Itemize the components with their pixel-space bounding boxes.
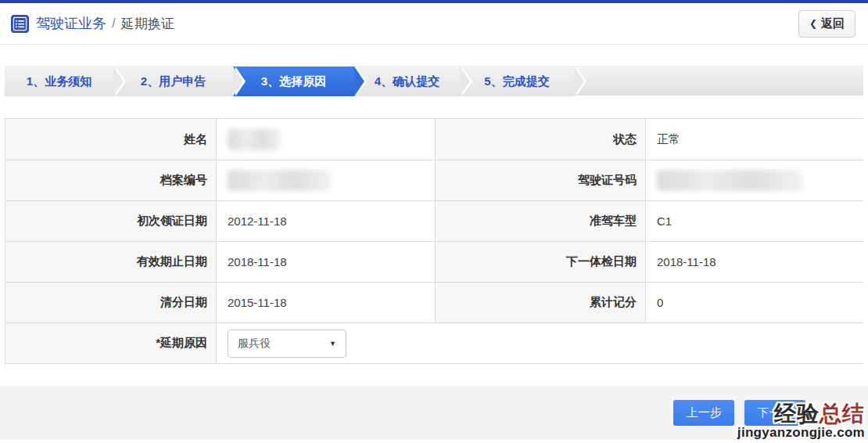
list-icon xyxy=(11,15,29,33)
file-number-value xyxy=(216,160,435,200)
license-number-value xyxy=(645,160,864,200)
step-tabs: 1、业务须知 2、用户申告 3、选择原因 4、确认提交 5、完成提交 xyxy=(5,66,863,95)
first-issue-date-value: 2012-11-18 xyxy=(216,200,435,241)
license-info-table: 姓名 状态 正常 档案编号 驾驶证号码 初次领证日期 2012-11-18 准驾… xyxy=(5,118,863,364)
tab-label: 5、完成提交 xyxy=(484,74,549,89)
back-button[interactable]: ❮ 返回 xyxy=(798,10,855,38)
first-issue-date-label: 初次领证日期 xyxy=(5,200,216,241)
tab-label: 4、确认提交 xyxy=(375,74,439,89)
next-physical-exam-label: 下一体检日期 xyxy=(435,241,645,282)
status-label: 状态 xyxy=(435,119,645,160)
tab-step-2-user-declaration[interactable]: 2、用户申告 xyxy=(113,67,233,96)
vehicle-class-label: 准驾车型 xyxy=(435,200,645,241)
valid-until-label: 有效期止日期 xyxy=(5,241,216,282)
header: 驾驶证业务 / 延期换证 ❮ 返回 xyxy=(0,3,868,45)
points-clear-date-label: 清分日期 xyxy=(5,282,216,322)
footer-buttons: 上一步 下一步 xyxy=(0,386,868,426)
page-title-separator: / xyxy=(112,16,116,31)
file-number-label: 档案编号 xyxy=(5,160,216,200)
extension-reason-select[interactable]: 服兵役 ▼ xyxy=(228,330,346,358)
masked-name-value xyxy=(228,129,281,150)
page: 驾驶证业务 / 延期换证 ❮ 返回 1、业务须知 2、用户申告 3、选择原因 4… xyxy=(0,0,868,443)
accumulated-points-label: 累计记分 xyxy=(435,282,645,322)
extension-reason-selected: 服兵役 xyxy=(238,337,271,351)
tab-step-5-complete-submit[interactable]: 5、完成提交 xyxy=(460,67,574,96)
chevron-left-icon: ❮ xyxy=(809,18,817,29)
tab-step-1-business-notice[interactable]: 1、业务须知 xyxy=(5,67,113,96)
previous-step-button[interactable]: 上一步 xyxy=(673,400,734,426)
valid-until-value: 2018-11-18 xyxy=(216,241,435,282)
points-clear-date-value: 2015-11-18 xyxy=(216,282,435,322)
footer-band: 上一步 下一步 xyxy=(0,386,868,440)
vehicle-class-value: C1 xyxy=(645,200,864,241)
name-value xyxy=(216,119,435,160)
next-physical-exam-value: 2018-11-18 xyxy=(645,241,864,282)
masked-file-number-value xyxy=(228,170,331,191)
tab-label: 3、选择原因 xyxy=(261,74,326,89)
tabs-filler xyxy=(574,67,863,95)
page-title-primary: 驾驶证业务 xyxy=(36,14,106,33)
back-button-label: 返回 xyxy=(821,16,845,31)
caret-down-icon: ▼ xyxy=(329,340,336,348)
tab-step-4-confirm-submit[interactable]: 4、确认提交 xyxy=(354,67,460,96)
extension-reason-label: *延期原因 xyxy=(5,322,216,363)
masked-license-number-value xyxy=(657,170,802,191)
accumulated-points-value: 0 xyxy=(645,282,864,322)
license-number-label: 驾驶证号码 xyxy=(435,160,645,200)
next-step-button[interactable]: 下一步 xyxy=(744,400,805,426)
status-value: 正常 xyxy=(645,119,864,160)
extension-reason-cell: 服兵役 ▼ xyxy=(216,322,864,363)
page-title-secondary: 延期换证 xyxy=(121,15,174,33)
tab-label: 1、业务须知 xyxy=(27,74,91,89)
tab-step-3-select-reason[interactable]: 3、选择原因 xyxy=(233,67,354,96)
name-label: 姓名 xyxy=(5,119,216,160)
tab-label: 2、用户申告 xyxy=(141,74,206,89)
